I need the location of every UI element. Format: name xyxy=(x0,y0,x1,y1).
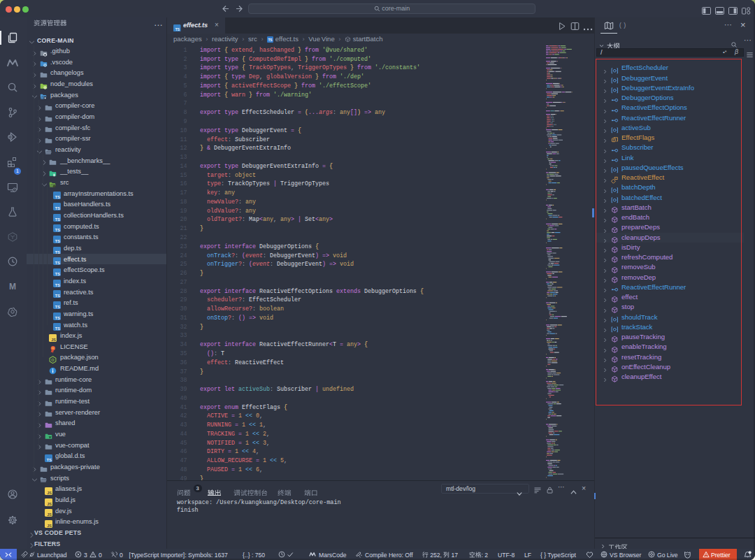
svg-text:TS: TS xyxy=(55,282,60,287)
svg-text:JS: JS xyxy=(47,512,52,517)
svg-text:TS: TS xyxy=(55,195,60,199)
svg-text:JS: JS xyxy=(47,491,52,495)
svg-text:TS: TS xyxy=(55,239,60,243)
svg-text:TS: TS xyxy=(55,206,60,210)
svg-text:TS: TS xyxy=(55,305,60,309)
svg-text:TS: TS xyxy=(55,294,60,298)
svg-text:JS: JS xyxy=(51,338,56,342)
svg-text:TS: TS xyxy=(268,38,273,41)
svg-text:TS: TS xyxy=(55,315,60,320)
svg-text:TS: TS xyxy=(55,261,60,265)
svg-text:TS: TS xyxy=(175,28,180,31)
svg-text:TS: TS xyxy=(47,458,52,462)
svg-text:M: M xyxy=(9,282,16,292)
svg-text:TS: TS xyxy=(55,326,60,331)
svg-text:TS: TS xyxy=(55,217,60,221)
svg-text:TS: TS xyxy=(55,272,60,276)
svg-text:TS: TS xyxy=(55,228,60,232)
svg-text:JS: JS xyxy=(47,524,52,528)
svg-text:JS: JS xyxy=(47,502,52,506)
